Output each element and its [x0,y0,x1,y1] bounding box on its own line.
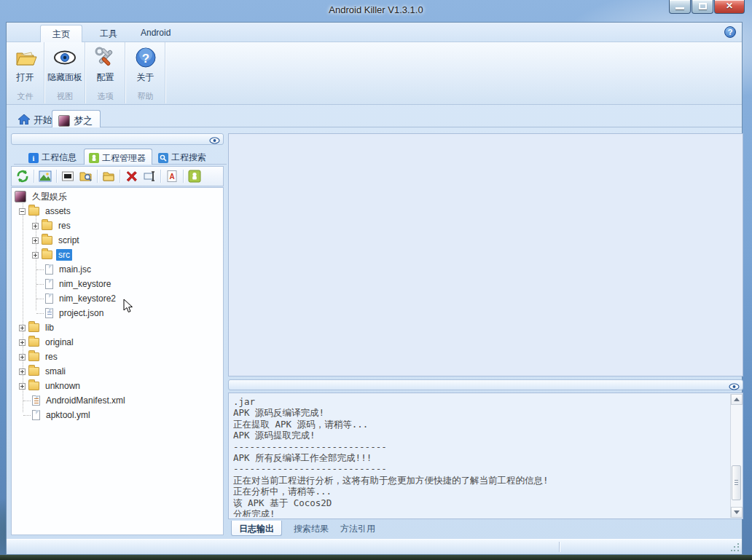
tree-item-label[interactable]: smali [43,366,68,377]
ribbon-group-view: 隐藏面板 视图 [45,42,85,103]
tree-row-nim-keystore[interactable]: nim_keystore [12,277,223,291]
maximize-icon [699,3,707,9]
tab-project-search[interactable]: 工程搜索 [154,149,212,165]
resize-grip[interactable] [731,543,740,553]
tree-row-assets-res[interactable]: res [12,218,223,233]
status-divider [559,542,560,552]
expand-toggle[interactable] [19,383,26,390]
tree-stub [36,299,44,299]
tree-row-script[interactable]: script [12,233,223,248]
scroll-thumb[interactable] [732,465,741,500]
folder-icon [28,352,39,361]
tree-row-unknown[interactable]: unknown [12,379,223,393]
folder-icon [42,251,52,259]
document-tab-bar: 开始 梦之 [7,109,742,127]
tree-row-lib[interactable]: lib [12,320,223,335]
expand-toggle[interactable] [19,325,26,331]
log-scrollbar[interactable] [730,394,742,518]
tree-item-label[interactable]: nim_keystore [57,278,113,290]
tree-row-assets[interactable]: assets [12,204,223,218]
folder-icon [28,367,39,376]
maximize-button[interactable] [692,0,713,14]
tree-stub [36,313,44,314]
tree-item-label[interactable]: script [56,234,82,246]
tab-project[interactable]: 梦之 [52,110,101,127]
font-file-icon[interactable]: A [164,168,180,184]
configure-button[interactable]: 配置 [88,44,122,92]
group-label-file: 文件 [7,91,44,102]
log-output-area[interactable]: .jar APK 源码反编译完成! 正在提取 APK 源码，请稍等... APK… [228,393,743,519]
tree-item-label[interactable]: original [43,336,76,348]
tree-row-smali[interactable]: smali [12,364,223,379]
file-icon [45,293,53,304]
ribbon-tab-android[interactable]: Android [129,25,182,42]
tree-item-label[interactable]: main.jsc [57,264,93,275]
tab-project-manager[interactable]: 工程管理器 [84,149,152,165]
toolbar-separator [56,170,57,183]
expand-toggle[interactable] [32,237,39,244]
arrow-down-icon [734,510,740,517]
refresh-icon[interactable] [15,168,31,184]
close-button[interactable]: ✕ [714,0,745,14]
tree-item-label[interactable]: AndroidManifest.xml [44,395,128,406]
hide-panel-button[interactable]: 隐藏面板 [47,44,82,92]
ribbon-group-file: 打开 文件 [7,42,44,103]
tree-row-androidmanifest[interactable]: AndroidManifest.xml [12,393,223,408]
folder-icon [42,221,52,230]
tree-row-original[interactable]: original [12,335,223,350]
about-button[interactable]: ? 关于 [128,44,162,92]
tree-item-label[interactable]: project.json [57,307,106,319]
tab-method-refs[interactable]: 方法引用 [333,521,383,536]
tab-project-info[interactable]: i 工程信息 [24,149,82,165]
tree-item-label[interactable]: assets [43,205,73,217]
left-panel-header [11,133,224,145]
panel-icon[interactable] [60,168,76,184]
log-panel: .jar APK 源码反编译完成! 正在提取 APK 源码，请稍等... APK… [228,379,743,537]
expand-toggle[interactable] [19,368,26,375]
tab-search-results[interactable]: 搜索结果 [286,521,336,536]
expand-toggle[interactable] [32,252,39,259]
tree-item-label[interactable]: nim_keystore2 [57,293,118,304]
tree-row-res[interactable]: res [12,350,223,364]
collapse-eye-icon[interactable] [209,135,220,148]
android-tool-icon[interactable] [187,168,203,184]
scroll-up-button[interactable] [731,394,743,405]
tree-item-label[interactable]: res [43,351,60,363]
expand-toggle[interactable] [32,223,39,229]
left-panel: i 工程信息 工程管理器 工程搜索 [11,132,224,537]
project-root-icon [15,191,26,202]
ribbon-tab-home[interactable]: 主页 [40,25,82,42]
tree-row-apktool-yml[interactable]: apktool.yml [12,408,223,422]
folder-search-icon[interactable] [78,168,94,184]
tree-item-label[interactable]: lib [43,322,56,334]
image-icon[interactable] [37,168,53,184]
tree-row-src[interactable]: src [12,248,223,262]
ribbon-tab-tools[interactable]: 工具 [88,25,129,42]
expand-toggle[interactable] [19,354,26,360]
delete-icon[interactable] [123,168,139,184]
folder-icon[interactable] [101,168,117,184]
toolbar-separator [97,170,98,183]
tree-item-label[interactable]: apktool.yml [44,409,93,421]
configure-label: 配置 [97,72,114,82]
minimize-button[interactable] [669,0,691,14]
tree-row-project-json[interactable]: project.json [12,306,223,320]
tree-row-root[interactable]: 久盟娱乐 [12,189,223,204]
project-avatar [58,115,70,127]
collapse-toggle[interactable] [19,208,26,215]
tree-row-main-jsc[interactable]: main.jsc [12,262,223,277]
open-button[interactable]: 打开 [9,44,42,92]
tree-item-label[interactable]: res [56,220,73,232]
tree-item-label[interactable]: 久盟娱乐 [30,190,69,204]
expand-toggle[interactable] [19,339,26,346]
file-icon [45,264,53,275]
folder-icon [28,382,39,390]
help-icon[interactable]: ? [724,26,736,38]
tree-row-nim-keystore2[interactable]: nim_keystore2 [12,291,223,306]
rename-icon[interactable] [141,168,157,184]
tree-item-label[interactable]: unknown [43,380,82,392]
file-icon [45,279,53,289]
scroll-down-button[interactable] [731,507,743,518]
tree-item-label-selected[interactable]: src [56,249,72,261]
tab-log-output[interactable]: 日志输出 [231,521,282,536]
